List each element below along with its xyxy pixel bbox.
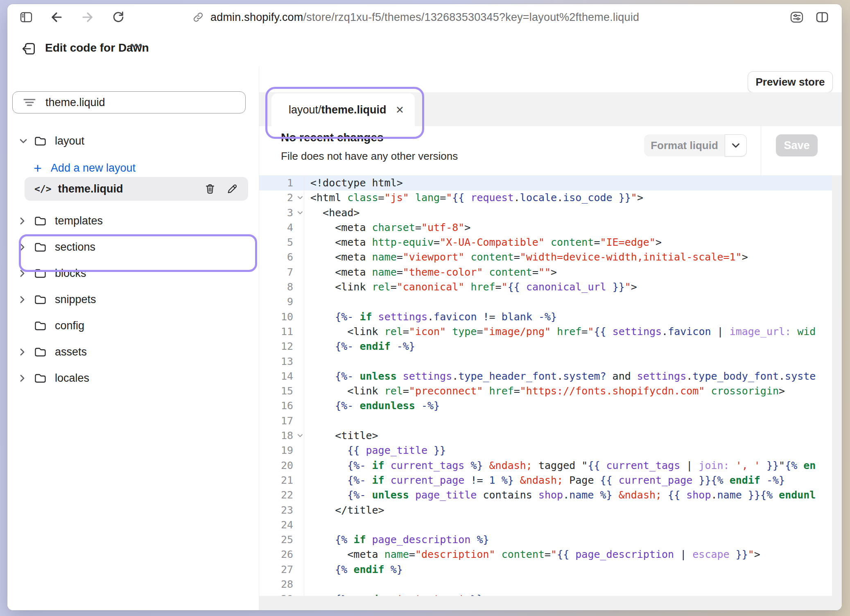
fold-chevron-icon[interactable] bbox=[297, 196, 303, 199]
code-line[interactable]: 18 <title> bbox=[259, 428, 832, 443]
sidebar-item-layout[interactable]: layout bbox=[20, 132, 84, 150]
sidebar-item-theme-liquid[interactable]: </> theme.liquid bbox=[25, 177, 248, 201]
code-line[interactable]: 2<html class="js" lang="{{ request.local… bbox=[259, 190, 832, 205]
chevron-right-icon[interactable] bbox=[20, 374, 34, 382]
code-line-text[interactable]: <html class="js" lang="{{ request.locale… bbox=[304, 190, 643, 205]
code-line[interactable]: 27 {% endif %} bbox=[259, 562, 832, 577]
reload-icon[interactable] bbox=[111, 10, 126, 25]
code-line[interactable]: 6 <meta name="viewport" content="width=d… bbox=[259, 250, 832, 265]
tab-theme-liquid[interactable]: layout/theme.liquid ✕ bbox=[271, 93, 415, 126]
code-line-text[interactable]: <meta http-equiv="X-UA-Compatible" conte… bbox=[304, 235, 662, 250]
chevron-right-icon[interactable] bbox=[20, 243, 34, 251]
code-line[interactable]: 26 <meta name="description" content="{{ … bbox=[259, 547, 832, 562]
code-line-text[interactable]: {%- endunless -%} bbox=[304, 399, 440, 413]
sidebar-item-snippets[interactable]: snippets bbox=[7, 290, 259, 308]
line-number: 27 bbox=[259, 562, 304, 577]
chevron-right-icon[interactable] bbox=[20, 270, 34, 277]
code-line-text[interactable]: {%- unless page_title contains shop.name… bbox=[304, 488, 816, 503]
chevron-right-icon[interactable] bbox=[20, 296, 34, 303]
code-line[interactable]: 21 {%- if current_page != 1 %} &ndash; P… bbox=[259, 473, 832, 488]
code-line[interactable]: 20 {%- if current_tags %} &ndash; tagged… bbox=[259, 458, 832, 473]
code-line[interactable]: 11 <link rel="icon" type="image/png" hre… bbox=[259, 324, 832, 339]
fold-chevron-icon[interactable] bbox=[297, 211, 303, 215]
file-search-box[interactable] bbox=[12, 91, 246, 113]
code-line[interactable]: 8 <link rel="canonical" href="{{ canonic… bbox=[259, 280, 832, 294]
code-line-text[interactable] bbox=[304, 414, 310, 428]
close-tab-icon[interactable]: ✕ bbox=[396, 104, 404, 116]
code-line-text[interactable]: {%- if current_tags %} &ndash; tagged "{… bbox=[304, 458, 816, 473]
line-number: 6 bbox=[259, 250, 304, 265]
sidebar-item-config[interactable]: config bbox=[7, 317, 259, 335]
code-line[interactable]: 19 {{ page_title }} bbox=[259, 443, 832, 458]
rename-file-icon[interactable] bbox=[226, 182, 238, 195]
code-line-text[interactable]: <title> bbox=[304, 428, 378, 443]
forward-icon[interactable] bbox=[80, 10, 95, 25]
browser-sidebar-toggle-icon[interactable] bbox=[19, 10, 34, 25]
sidebar-item-templates[interactable]: templates bbox=[7, 212, 259, 230]
code-line[interactable]: 3 <head> bbox=[259, 206, 832, 220]
chevron-down-icon[interactable] bbox=[20, 138, 34, 144]
code-line[interactable]: 4 <meta charset="utf-8"> bbox=[259, 220, 832, 235]
save-button[interactable]: Save bbox=[776, 134, 818, 156]
chevron-right-icon[interactable] bbox=[20, 348, 34, 356]
code-line-text[interactable] bbox=[304, 294, 310, 309]
address-bar[interactable]: admin.shopify.com/store/rzq1xu-f5/themes… bbox=[210, 11, 639, 24]
code-line-text[interactable]: <head> bbox=[304, 206, 359, 220]
code-line[interactable]: 9 bbox=[259, 294, 832, 309]
line-number: 14 bbox=[259, 369, 304, 384]
code-line[interactable]: 10 {%- if settings.favicon != blank -%} bbox=[259, 310, 832, 324]
code-line-text[interactable]: </title> bbox=[304, 503, 384, 518]
browser-settings-icon[interactable] bbox=[789, 10, 804, 25]
code-line[interactable]: 17 bbox=[259, 414, 832, 428]
code-line[interactable]: 23 </title> bbox=[259, 503, 832, 518]
code-line[interactable]: 12 {%- endif -%} bbox=[259, 339, 832, 354]
code-line[interactable]: 5 <meta http-equiv="X-UA-Compatible" con… bbox=[259, 235, 832, 250]
code-line-text[interactable]: {{ page_title }} bbox=[304, 443, 446, 458]
delete-file-icon[interactable] bbox=[204, 182, 216, 195]
editor-scrollbar[interactable] bbox=[832, 175, 842, 596]
search-input[interactable] bbox=[45, 96, 226, 109]
sidebar-item-assets[interactable]: assets bbox=[7, 343, 259, 361]
code-line-text[interactable]: {% endif %} bbox=[304, 562, 403, 577]
format-options-dropdown[interactable] bbox=[725, 134, 747, 156]
code-line[interactable]: 24 bbox=[259, 518, 832, 532]
code-line-text[interactable]: <meta charset="utf-8"> bbox=[304, 220, 470, 235]
code-line-text[interactable] bbox=[304, 577, 310, 592]
exit-editor-icon[interactable] bbox=[21, 41, 37, 57]
code-line-text[interactable]: <meta name="theme-color" content=""> bbox=[304, 265, 557, 280]
code-line[interactable]: 1<!doctype html> bbox=[259, 176, 832, 190]
sidebar-item-blocks[interactable]: blocks bbox=[7, 264, 259, 282]
code-line-text[interactable]: {% if page_description %} bbox=[304, 532, 489, 547]
preview-store-button[interactable]: Preview store bbox=[748, 71, 833, 93]
sidebar-item-locales[interactable]: locales bbox=[7, 369, 259, 387]
code-line-text[interactable] bbox=[304, 354, 310, 369]
code-line[interactable]: 22 {%- unless page_title contains shop.n… bbox=[259, 488, 832, 503]
code-line-text[interactable]: {%- unless settings.type_header_font.sys… bbox=[304, 369, 816, 384]
chevron-right-icon[interactable] bbox=[20, 217, 34, 225]
code-line[interactable]: 28 bbox=[259, 577, 832, 592]
back-icon[interactable] bbox=[49, 10, 64, 25]
fold-chevron-icon[interactable] bbox=[297, 434, 303, 437]
sidebar-item-sections[interactable]: sections bbox=[7, 238, 259, 256]
code-line-text[interactable]: {%- endif -%} bbox=[304, 339, 415, 354]
format-liquid-button[interactable]: Format liquid bbox=[644, 134, 725, 156]
code-line[interactable]: 14 {%- unless settings.type_header_font.… bbox=[259, 369, 832, 384]
code-editor[interactable]: 1<!doctype html>2<html class="js" lang="… bbox=[259, 175, 832, 596]
split-view-icon[interactable] bbox=[815, 10, 830, 25]
code-line-text[interactable]: <meta name="description" content="{{ pag… bbox=[304, 547, 760, 562]
code-line-text[interactable]: <link rel="icon" type="image/png" href="… bbox=[304, 324, 816, 339]
code-line[interactable]: 16 {%- endunless -%} bbox=[259, 399, 832, 413]
code-line-text[interactable]: <!doctype html> bbox=[304, 176, 403, 190]
code-line[interactable]: 25 {% if page_description %} bbox=[259, 532, 832, 547]
code-line-text[interactable]: {%- if current_page != 1 %} &ndash; Page… bbox=[304, 473, 785, 488]
code-line[interactable]: 13 bbox=[259, 354, 832, 369]
more-actions-button[interactable]: ••• bbox=[130, 39, 143, 51]
code-line-text[interactable]: {%- if settings.favicon != blank -%} bbox=[304, 310, 557, 324]
code-line-text[interactable]: <meta name="viewport" content="width=dev… bbox=[304, 250, 748, 265]
code-line[interactable]: 7 <meta name="theme-color" content=""> bbox=[259, 265, 832, 280]
add-new-layout-link[interactable]: + Add a new layout bbox=[34, 159, 136, 177]
code-line-text[interactable]: <link rel="preconnect" href="https://fon… bbox=[304, 384, 785, 399]
code-line-text[interactable] bbox=[304, 518, 310, 532]
code-line[interactable]: 15 <link rel="preconnect" href="https://… bbox=[259, 384, 832, 399]
code-line-text[interactable]: <link rel="canonical" href="{{ canonical… bbox=[304, 280, 637, 294]
